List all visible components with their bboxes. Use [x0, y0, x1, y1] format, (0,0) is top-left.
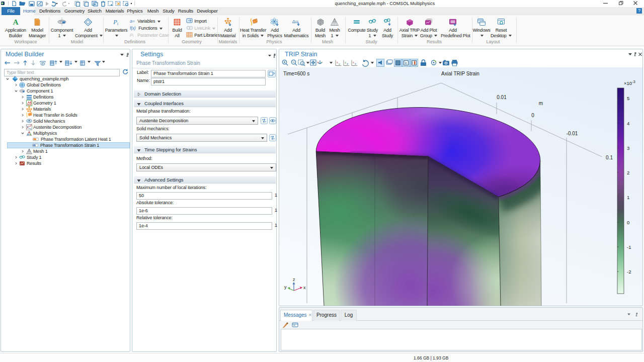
- svg-text:z: z: [293, 277, 295, 282]
- svg-text:-0.01: -0.01: [567, 131, 578, 136]
- svg-text:a=: a=: [130, 19, 135, 24]
- svg-text:-1: -1: [627, 244, 631, 250]
- svg-text:x: x: [303, 285, 306, 290]
- svg-text:i: i: [117, 22, 119, 26]
- svg-text:Δu: Δu: [292, 19, 298, 24]
- svg-text:m: m: [539, 101, 543, 106]
- svg-text:0.01: 0.01: [497, 95, 507, 100]
- svg-text:0.1: 0.1: [606, 155, 613, 160]
- svg-text:Axial TRIP Strain: Axial TRIP Strain: [441, 71, 479, 76]
- svg-text:1: 1: [627, 195, 629, 200]
- svg-text:f(x): f(x): [130, 26, 136, 31]
- svg-text:4: 4: [627, 121, 629, 126]
- svg-text:y: y: [339, 62, 340, 65]
- svg-text:2: 2: [627, 170, 629, 175]
- svg-text:0: 0: [531, 113, 534, 118]
- svg-text:y: y: [345, 61, 346, 64]
- svg-text:0: 0: [627, 220, 629, 225]
- svg-text:x: x: [353, 61, 354, 64]
- svg-text:z: z: [347, 62, 348, 65]
- svg-text:A: A: [13, 18, 19, 26]
- svg-text:-2: -2: [627, 269, 631, 275]
- svg-text:5: 5: [627, 96, 629, 101]
- svg-text:x: x: [337, 61, 338, 64]
- svg-text:Pi: Pi: [130, 33, 134, 38]
- svg-text:z: z: [355, 62, 356, 65]
- svg-text:y: y: [284, 285, 287, 290]
- svg-text:Time=600 s: Time=600 s: [283, 71, 309, 76]
- svg-text:3: 3: [627, 145, 629, 151]
